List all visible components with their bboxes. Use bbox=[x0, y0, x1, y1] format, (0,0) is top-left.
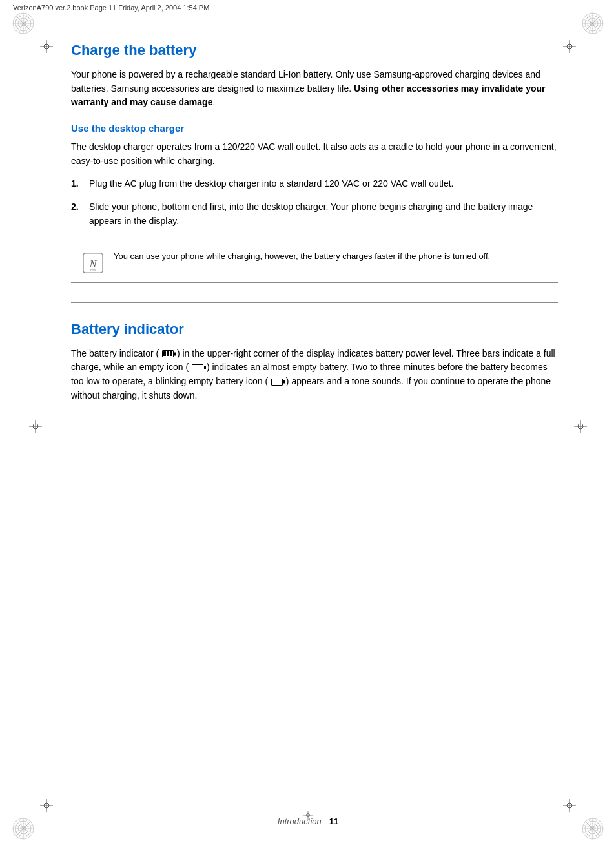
battery-indicator-title: Battery indicator bbox=[71, 321, 558, 338]
step-2-number: 2. bbox=[71, 200, 89, 228]
battery-empty-icon-2 bbox=[271, 379, 283, 386]
footer-page-number: 11 bbox=[329, 816, 338, 826]
header-bar: VerizonA790 ver.2.book Page 11 Friday, A… bbox=[0, 0, 616, 16]
page-container: VerizonA790 ver.2.book Page 11 Friday, A… bbox=[0, 0, 616, 852]
footer-label: Introduction bbox=[278, 816, 322, 826]
crosshair-br bbox=[563, 799, 576, 812]
charge-intro-text: Your phone is powered by a rechargeable … bbox=[71, 68, 558, 110]
note-box: N ote You can use your phone while charg… bbox=[71, 242, 558, 283]
step-2-text: Slide your phone, bottom end first, into… bbox=[89, 200, 558, 228]
svg-text:ote: ote bbox=[90, 268, 96, 272]
battery-full-icon bbox=[162, 350, 174, 357]
steps-list: 1. Plug the AC plug from the desktop cha… bbox=[71, 177, 558, 228]
note-icon: N ote bbox=[81, 251, 105, 275]
desktop-charger-text: The desktop charger operates from a 120/… bbox=[71, 140, 558, 168]
step-1: 1. Plug the AC plug from the desktop cha… bbox=[71, 177, 558, 191]
main-content: Charge the battery Your phone is powered… bbox=[0, 16, 616, 450]
desktop-charger-title: Use the desktop charger bbox=[71, 123, 558, 134]
step-1-text: Plug the AC plug from the desktop charge… bbox=[89, 177, 558, 191]
step-1-number: 1. bbox=[71, 177, 89, 191]
battery-empty-icon-1 bbox=[192, 364, 203, 371]
battery-indicator-text: The battery indicator ( ) in the upper-r… bbox=[71, 347, 558, 403]
section-divider bbox=[71, 302, 558, 303]
note-text: You can use your phone while charging, h… bbox=[114, 250, 490, 263]
charge-battery-title: Charge the battery bbox=[71, 42, 558, 59]
crosshair-bl bbox=[40, 799, 53, 812]
step-2: 2. Slide your phone, bottom end first, i… bbox=[71, 200, 558, 228]
crosshair-bottom-center bbox=[303, 811, 313, 820]
header-text: VerizonA790 ver.2.book Page 11 Friday, A… bbox=[13, 4, 209, 12]
